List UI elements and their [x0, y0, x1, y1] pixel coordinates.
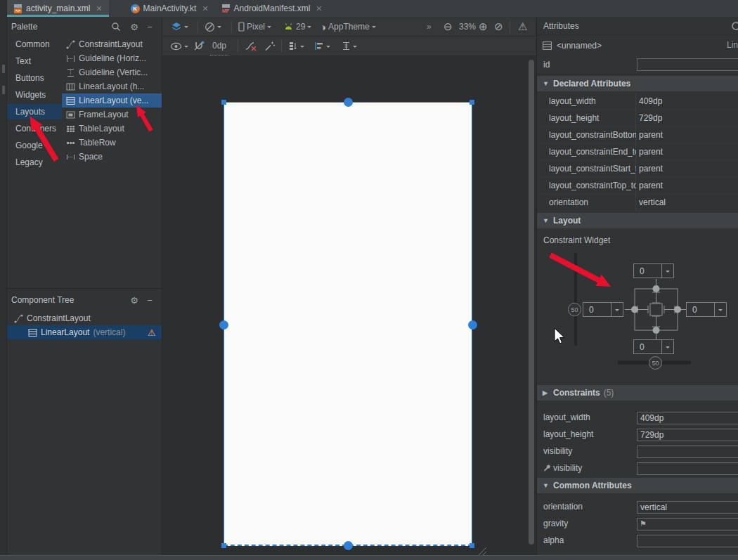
toolbar-overflow-chevrons[interactable]: »	[427, 18, 432, 36]
id-input[interactable]	[637, 58, 738, 71]
tab-activity-main-xml[interactable]: <> activity_main.xml ✕	[7, 0, 109, 17]
alpha-input[interactable]	[637, 535, 738, 547]
view-mode-button[interactable]	[171, 18, 188, 36]
manifest-file-icon: MF	[221, 4, 231, 13]
palette-item-linearlayout-horizontal[interactable]: LinearLayout (h...	[62, 79, 162, 93]
horizontal-bias-badge[interactable]: 50	[649, 356, 662, 370]
constraint-anchor-right[interactable]	[468, 320, 477, 330]
minimize-icon[interactable]: −	[142, 22, 157, 32]
close-icon[interactable]: ✕	[96, 4, 102, 13]
attr-row[interactable]: layout_constraintBottom_toBottomOf paren…	[537, 127, 738, 144]
palette-item-constraintlayout[interactable]: ConstraintLayout	[62, 37, 162, 51]
palette-category-legacy[interactable]: Legacy	[7, 155, 62, 170]
palette-item-space[interactable]: Space	[62, 150, 162, 164]
api-selector[interactable]: 29	[283, 18, 311, 36]
attr-row[interactable]: layout_constraintStart_toStartOf parent	[537, 161, 738, 178]
palette-item-linearlayout-vertical[interactable]: LinearLayout (ve...	[62, 93, 162, 108]
tools-visibility-input[interactable]	[637, 462, 738, 475]
margin-right-combo[interactable]: 0	[686, 302, 727, 317]
search-icon[interactable]	[731, 21, 738, 32]
layout-height-input[interactable]	[637, 429, 738, 441]
theme-selector[interactable]: ◑ AppTheme	[320, 18, 376, 36]
resize-handle-bottom-right[interactable]	[470, 543, 474, 548]
align-button[interactable]	[314, 37, 330, 56]
tool-stripe-mark[interactable]	[2, 65, 5, 73]
palette-panel: Palette ⚙ − Common Text Buttons Widgets …	[7, 18, 162, 288]
zoom-level: 33%	[459, 18, 476, 36]
tool-stripe-mark[interactable]	[2, 86, 5, 94]
attr-row[interactable]: orientation vertical	[537, 195, 738, 211]
close-icon[interactable]: ✕	[202, 4, 208, 13]
default-margin-selector[interactable]: 0dp	[210, 37, 228, 56]
palette-category-widgets[interactable]: Widgets	[7, 87, 62, 103]
guidelines-button[interactable]	[342, 37, 357, 56]
palette-category-text[interactable]: Text	[7, 53, 62, 69]
palette-item-guideline-horizontal[interactable]: Guideline (Horiz...	[62, 51, 162, 65]
zoom-in-button[interactable]: ⊕	[479, 18, 488, 36]
clear-constraints-button[interactable]	[245, 37, 257, 56]
orientation-button[interactable]	[205, 18, 221, 36]
resize-handle-top-right[interactable]	[470, 100, 474, 105]
android-studio-layout-editor: <> activity_main.xml ✕ K MainActivity.kt…	[0, 0, 738, 560]
attr-row[interactable]: layout_constraintTop_toTopOf parent	[537, 178, 738, 195]
autoconnect-off-button[interactable]	[193, 37, 205, 56]
kotlin-file-icon: K	[131, 4, 140, 13]
margin-bottom-combo[interactable]: 0	[633, 339, 674, 354]
palette-item-tablelayout[interactable]: TableLayout	[62, 122, 162, 136]
section-layout[interactable]: ▼ Layout	[537, 213, 738, 228]
chevron-down-icon	[615, 309, 619, 313]
layout-width-input[interactable]	[637, 412, 738, 424]
warnings-button[interactable]: ⚠	[518, 18, 527, 36]
constraint-anchor-left[interactable]	[219, 320, 228, 330]
view-options-button[interactable]	[170, 37, 188, 56]
linearlayout-preview[interactable]	[224, 102, 472, 546]
phone-icon	[238, 22, 245, 32]
constraint-anchor-top[interactable]	[344, 98, 353, 107]
palette-category-buttons[interactable]: Buttons	[7, 70, 62, 86]
minimize-icon[interactable]: −	[142, 295, 157, 306]
zoom-to-fit-button[interactable]: ⊘	[494, 18, 503, 36]
linearlayout-horizontal-icon	[66, 82, 75, 91]
palette-category-common[interactable]: Common	[7, 37, 62, 52]
pack-button[interactable]	[288, 37, 304, 56]
vertical-bias-badge[interactable]: 50	[568, 303, 581, 316]
zoom-out-button[interactable]: ⊖	[444, 18, 453, 36]
constraint-anchor-bottom[interactable]	[344, 541, 353, 550]
palette-item-guideline-vertical[interactable]: Guideline (Vertic...	[62, 65, 162, 79]
palette-category-google[interactable]: Google	[7, 138, 62, 153]
section-declared-attributes[interactable]: ▼ Declared Attributes	[537, 76, 738, 91]
margin-left-combo[interactable]: 0	[583, 302, 623, 317]
search-icon[interactable]	[111, 22, 127, 32]
palette-category-containers[interactable]: Containers	[7, 121, 62, 136]
resize-handle-bottom-left[interactable]	[221, 543, 226, 548]
attributes-panel: Attributes <unnamed> LinearLayout id ▼ D…	[536, 18, 738, 560]
tab-mainactivity-kt[interactable]: K MainActivity.kt ✕	[124, 0, 215, 17]
palette-item-framelayout[interactable]: FrameLayout	[62, 108, 162, 122]
margin-top-combo[interactable]: 0	[633, 263, 674, 278]
warning-icon[interactable]: ⚠	[148, 327, 156, 338]
close-icon[interactable]: ✕	[316, 4, 322, 13]
canvas-vertical-scrollbar[interactable]	[529, 60, 534, 545]
section-constraints[interactable]: ▶ Constraints (5)	[537, 385, 738, 401]
attr-row[interactable]: layout_width 409dp	[537, 93, 738, 110]
gravity-input[interactable]	[637, 518, 738, 530]
component-tree-title: Component Tree	[11, 295, 127, 305]
attr-row[interactable]: layout_constraintEnd_toEndOf parent	[537, 144, 738, 161]
tree-node-constraintlayout[interactable]: ConstraintLayout	[7, 311, 162, 325]
device-selector[interactable]: Pixel	[238, 18, 271, 36]
infer-constraints-button[interactable]	[264, 37, 276, 56]
tab-androidmanifest-xml[interactable]: MF AndroidManifest.xml ✕	[215, 0, 329, 17]
gear-icon[interactable]: ⚙	[127, 295, 142, 306]
attr-row[interactable]: layout_height 729dp	[537, 110, 738, 127]
palette-category-layouts[interactable]: Layouts	[7, 104, 62, 119]
attr-field-row: alpha	[537, 533, 738, 549]
tree-node-linearlayout-vertical[interactable]: LinearLayout(vertical) ⚠	[7, 325, 162, 339]
palette-item-tablerow[interactable]: TableRow	[62, 136, 162, 150]
id-label: id	[543, 60, 635, 70]
gear-icon[interactable]: ⚙	[127, 22, 142, 32]
orientation-input[interactable]	[637, 501, 738, 514]
section-common-attributes[interactable]: ▼ Common Attributes	[537, 478, 738, 493]
visibility-input[interactable]	[637, 445, 738, 458]
palette-title: Palette	[11, 22, 111, 32]
resize-handle-top-left[interactable]	[221, 100, 226, 105]
